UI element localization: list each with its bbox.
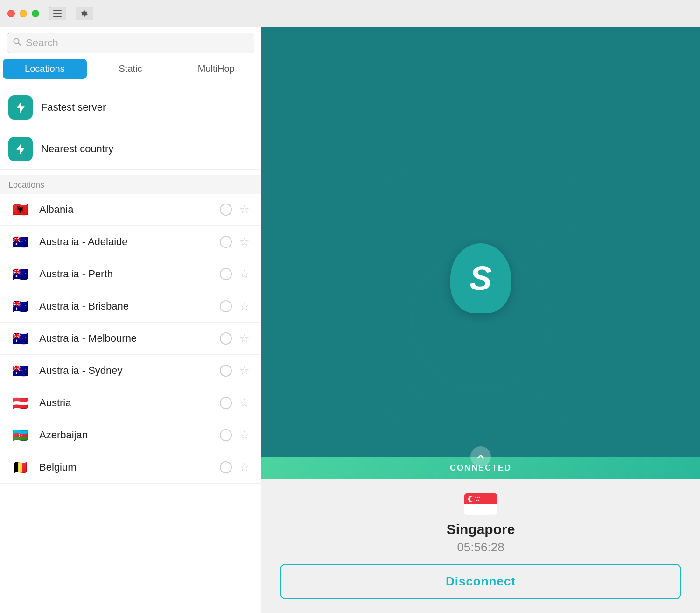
star-austria[interactable]: ☆ <box>239 396 252 409</box>
radio-au-brisbane[interactable] <box>220 300 232 312</box>
location-item-azerbaijan[interactable]: 🇦🇿 Azerbaijan ☆ <box>0 419 261 451</box>
svg-text:★★★: ★★★ <box>475 496 481 499</box>
location-item-au-adelaide[interactable]: 🇦🇺 Australia - Adelaide ☆ <box>0 226 261 258</box>
radio-austria[interactable] <box>220 397 232 409</box>
tab-multihop[interactable]: MultiHop <box>174 59 258 79</box>
search-input[interactable] <box>26 37 248 49</box>
star-au-sydney[interactable]: ☆ <box>239 364 252 377</box>
radio-albania[interactable] <box>220 204 232 216</box>
location-name-azerbaijan: Azerbaijan <box>39 429 212 441</box>
star-belgium[interactable]: ☆ <box>239 461 252 474</box>
collapse-button[interactable] <box>470 446 491 467</box>
location-list[interactable]: 🇦🇱 Albania ☆ 🇦🇺 Australia - Adelaide ☆ 🇦… <box>0 194 261 613</box>
location-name-albania: Albania <box>39 204 212 216</box>
singapore-flag: ★★★ ★★ <box>464 493 497 515</box>
star-au-perth[interactable]: ☆ <box>239 268 252 281</box>
vpn-logo-letter: S <box>469 259 492 297</box>
flag-au-melbourne: 🇦🇺 <box>8 330 32 347</box>
flag-azerbaijan: 🇦🇿 <box>8 427 32 444</box>
connected-country: Singapore <box>280 521 681 537</box>
location-name-au-sydney: Australia - Sydney <box>39 365 212 377</box>
location-name-au-adelaide: Australia - Adelaide <box>39 236 212 248</box>
flag-au-sydney: 🇦🇺 <box>8 362 32 379</box>
svg-rect-6 <box>464 504 497 515</box>
nearest-country-label: Nearest country <box>41 143 113 155</box>
settings-button[interactable] <box>76 7 93 20</box>
flag-austria: 🇦🇹 <box>8 395 32 411</box>
location-name-belgium: Belgium <box>39 461 212 473</box>
svg-rect-0 <box>53 10 62 11</box>
locations-section-header: Locations <box>0 175 261 194</box>
minimize-button[interactable] <box>20 10 27 17</box>
close-button[interactable] <box>7 10 15 17</box>
maximize-button[interactable] <box>32 10 39 17</box>
star-au-brisbane[interactable]: ☆ <box>239 300 252 313</box>
fastest-server-item[interactable]: Fastest server <box>0 87 261 128</box>
search-bar <box>0 27 261 59</box>
nearest-country-item[interactable]: Nearest country <box>0 128 261 170</box>
radio-au-adelaide[interactable] <box>220 236 232 248</box>
star-albania[interactable]: ☆ <box>239 203 252 216</box>
location-item-austria[interactable]: 🇦🇹 Austria ☆ <box>0 387 261 419</box>
location-item-au-brisbane[interactable]: 🇦🇺 Australia - Brisbane ☆ <box>0 290 261 323</box>
radio-au-perth[interactable] <box>220 268 232 280</box>
search-icon <box>13 37 22 49</box>
disconnect-button[interactable]: Disconnect <box>280 564 681 599</box>
svg-text:★★: ★★ <box>476 499 480 502</box>
flag-au-adelaide: 🇦🇺 <box>8 233 32 250</box>
flag-au-perth: 🇦🇺 <box>8 266 32 282</box>
right-panel: S CONNECTED ★★★ <box>261 27 700 613</box>
star-au-melbourne[interactable]: ☆ <box>239 332 252 345</box>
location-name-au-brisbane: Australia - Brisbane <box>39 300 212 312</box>
tab-locations[interactable]: Locations <box>3 59 87 79</box>
svg-rect-1 <box>53 13 62 14</box>
flag-au-brisbane: 🇦🇺 <box>8 298 32 315</box>
radio-belgium[interactable] <box>220 461 232 473</box>
quick-actions: Fastest server Nearest country <box>0 82 261 175</box>
flag-belgium: 🇧🇪 <box>8 459 32 476</box>
location-item-belgium[interactable]: 🇧🇪 Belgium ☆ <box>0 451 261 484</box>
star-au-adelaide[interactable]: ☆ <box>239 235 252 248</box>
connected-panel: CONNECTED ★★★ ★★ Singapore 05:56:28 Disc… <box>261 457 700 613</box>
left-panel: Locations Static MultiHop Fastest server… <box>0 27 261 613</box>
location-item-au-sydney[interactable]: 🇦🇺 Australia - Sydney ☆ <box>0 355 261 387</box>
radio-azerbaijan[interactable] <box>220 429 232 441</box>
connected-bar: CONNECTED <box>261 457 700 479</box>
radio-au-melbourne[interactable] <box>220 332 232 345</box>
search-input-wrap[interactable] <box>7 33 254 53</box>
location-item-au-melbourne[interactable]: 🇦🇺 Australia - Melbourne ☆ <box>0 323 261 355</box>
sidebar-toggle-button[interactable] <box>49 7 66 20</box>
radio-au-sydney[interactable] <box>220 365 232 377</box>
flag-albania: 🇦🇱 <box>8 201 32 218</box>
info-card: ★★★ ★★ Singapore 05:56:28 Disconnect <box>261 479 700 613</box>
location-item-au-perth[interactable]: 🇦🇺 Australia - Perth ☆ <box>0 258 261 290</box>
titlebar <box>0 0 700 27</box>
svg-rect-2 <box>53 16 62 17</box>
location-item-albania[interactable]: 🇦🇱 Albania ☆ <box>0 194 261 226</box>
location-name-au-perth: Australia - Perth <box>39 268 212 280</box>
location-name-au-melbourne: Australia - Melbourne <box>39 332 212 345</box>
tab-static[interactable]: Static <box>89 59 173 79</box>
nearest-country-icon <box>8 137 33 161</box>
star-azerbaijan[interactable]: ☆ <box>239 429 252 442</box>
connected-timer: 05:56:28 <box>280 540 681 555</box>
svg-line-4 <box>19 43 21 46</box>
fastest-server-label: Fastest server <box>41 101 106 113</box>
fastest-server-icon <box>8 95 33 120</box>
location-name-austria: Austria <box>39 397 212 409</box>
vpn-logo: S <box>450 243 511 313</box>
tabs-container: Locations Static MultiHop <box>0 59 261 82</box>
